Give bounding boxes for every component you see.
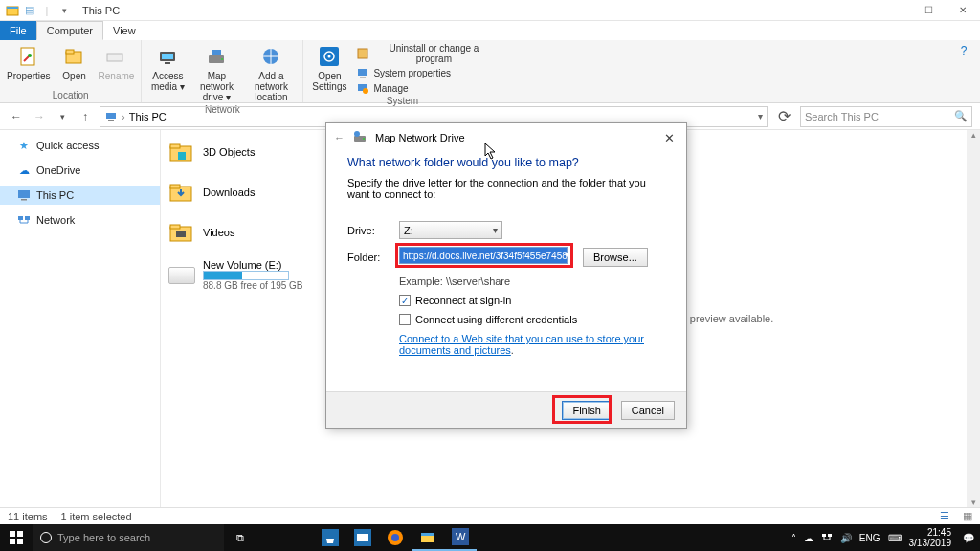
svg-rect-29 <box>170 144 180 148</box>
taskbar-app-mail[interactable] <box>346 524 379 551</box>
dialog-back-icon[interactable]: ← <box>334 132 345 143</box>
tab-file[interactable]: File <box>0 21 36 40</box>
svg-rect-1 <box>7 7 18 9</box>
ribbon-group-system: Open Settings Uninstall or change a prog… <box>303 40 501 102</box>
sidebar-item-quick-access[interactable]: ★ Quick access <box>0 136 160 155</box>
manage-label: Manage <box>373 83 408 94</box>
task-view-button[interactable]: ⧉ <box>224 524 256 551</box>
recent-dropdown[interactable]: ▾ <box>54 108 71 125</box>
search-box[interactable]: Search This PC 🔍 <box>800 106 972 127</box>
checkbox-checked-icon: ✓ <box>399 295 411 306</box>
uninstall-icon <box>356 47 369 60</box>
open-settings-button[interactable]: Open Settings <box>307 42 351 96</box>
tab-computer[interactable]: Computer <box>36 21 103 40</box>
reconnect-label: Reconnect at sign-in <box>415 295 511 306</box>
svg-rect-34 <box>170 225 180 229</box>
view-details-icon[interactable]: ☰ <box>940 510 949 522</box>
media-icon <box>155 44 180 69</box>
window-titlebar: ▤ | ▾ This PC — ☐ ✕ <box>0 0 980 21</box>
tray-network-icon[interactable] <box>821 531 833 544</box>
taskbar-search[interactable]: Type here to search <box>33 524 224 551</box>
ribbon-group-location: Properties Open Rename Location <box>0 40 142 102</box>
tray-chevron-icon[interactable]: ˄ <box>791 533 796 543</box>
explorer-icon <box>6 4 19 17</box>
group-label-location: Location <box>4 90 137 102</box>
properties-label: Properties <box>7 71 51 81</box>
ribbon-help-icon[interactable]: ? <box>947 40 980 102</box>
system-tray[interactable]: ˄ ☁ 🔊 ENG ⌨ 21:45 3/13/2019 💬 <box>786 527 980 548</box>
example-text: Example: \\server\share <box>399 276 665 287</box>
sidebar-item-network[interactable]: Network <box>0 210 160 230</box>
folder-label: Folder: <box>347 252 391 263</box>
taskbar-app-word[interactable]: W <box>444 524 477 551</box>
tray-keyboard-icon[interactable]: ⌨ <box>888 533 902 543</box>
svg-rect-42 <box>357 534 368 541</box>
svg-rect-50 <box>828 534 832 537</box>
action-center-icon[interactable]: 💬 <box>963 533 974 543</box>
open-label: Open <box>62 71 85 81</box>
taskbar-app-firefox[interactable] <box>379 524 412 551</box>
status-item-count: 11 items <box>8 511 48 522</box>
start-button[interactable] <box>0 524 33 551</box>
taskbar-app-store[interactable] <box>314 524 346 551</box>
tab-view[interactable]: View <box>103 21 145 40</box>
up-button[interactable]: ↑ <box>77 108 94 125</box>
preview-message: No preview available. <box>674 313 774 324</box>
svg-rect-27 <box>25 216 30 220</box>
system-properties-button[interactable]: System properties <box>353 65 497 80</box>
drive-label: New Volume (E:) <box>203 259 303 271</box>
maximize-button[interactable]: ☐ <box>911 0 946 21</box>
forward-button[interactable]: → <box>31 108 48 125</box>
svg-point-53 <box>354 131 360 137</box>
search-icon: 🔍 <box>954 110 968 122</box>
browse-button[interactable]: Browse... <box>583 248 648 267</box>
uninstall-button[interactable]: Uninstall or change a program <box>353 42 497 65</box>
svg-rect-32 <box>170 185 180 188</box>
sidebar-item-this-pc[interactable]: This PC <box>0 186 160 205</box>
sidebar-item-onedrive[interactable]: ☁ OneDrive <box>0 161 160 180</box>
svg-rect-37 <box>17 531 23 537</box>
open-button[interactable]: Open <box>56 42 94 90</box>
qat-dropdown[interactable]: ▾ <box>57 4 71 17</box>
qat-save-icon[interactable]: ▤ <box>23 4 36 17</box>
add-network-location-button[interactable]: Add a network location <box>243 42 299 104</box>
refresh-button[interactable]: ⟳ <box>773 106 794 127</box>
svg-rect-40 <box>322 529 339 546</box>
taskbar-app-explorer[interactable] <box>412 524 444 551</box>
map-drive-button[interactable]: Map network drive ▾ <box>191 42 241 104</box>
cancel-button[interactable]: Cancel <box>621 401 675 420</box>
web-storage-link[interactable]: Connect to a Web site that you can use t… <box>399 333 644 356</box>
dialog-header: ← Map Network Drive ✕ <box>326 123 686 152</box>
scrollbar[interactable]: ▴▾ <box>967 130 980 507</box>
monitor-icon <box>17 188 31 202</box>
ribbon-tabs: File Computer View <box>0 21 980 40</box>
address-dropdown[interactable]: ▾ <box>758 111 763 121</box>
tray-language[interactable]: ENG <box>859 533 880 543</box>
breadcrumb[interactable]: This PC <box>129 111 167 122</box>
drive-select[interactable]: Z: <box>399 221 502 239</box>
manage-button[interactable]: Manage <box>353 80 497 96</box>
dialog-close-button[interactable]: ✕ <box>659 131 679 145</box>
close-button[interactable]: ✕ <box>946 0 980 21</box>
reconnect-checkbox[interactable]: ✓ Reconnect at sign-in <box>399 295 665 306</box>
folder-icon <box>168 139 195 165</box>
credentials-checkbox[interactable]: Connect using different credentials <box>399 314 665 325</box>
back-button[interactable]: ← <box>8 108 25 125</box>
tray-onedrive-icon[interactable]: ☁ <box>804 533 813 543</box>
view-tiles-icon[interactable]: ▦ <box>963 510 972 522</box>
properties-button[interactable]: Properties <box>4 42 54 90</box>
map-drive-icon <box>204 44 229 69</box>
folder-input[interactable]: https://d.docs.live.net/3f34f5f455e7458 <box>399 247 568 264</box>
ribbon: Properties Open Rename Location Access m… <box>0 40 980 103</box>
credentials-label: Connect using different credentials <box>415 314 577 325</box>
taskbar: Type here to search ⧉ W ˄ ☁ 🔊 ENG ⌨ 21:4… <box>0 524 980 551</box>
svg-rect-46 <box>421 533 434 536</box>
tray-volume-icon[interactable]: 🔊 <box>840 533 852 543</box>
svg-rect-8 <box>162 54 173 59</box>
ribbon-group-network: Access media ▾ Map network drive ▾ Add a… <box>142 40 303 102</box>
taskbar-clock[interactable]: 21:45 3/13/2019 <box>909 527 956 548</box>
finish-button[interactable]: Finish <box>562 401 611 420</box>
minimize-button[interactable]: — <box>877 0 911 21</box>
access-media-button[interactable]: Access media ▾ <box>145 42 189 104</box>
map-drive-label: Map network drive ▾ <box>194 71 238 102</box>
